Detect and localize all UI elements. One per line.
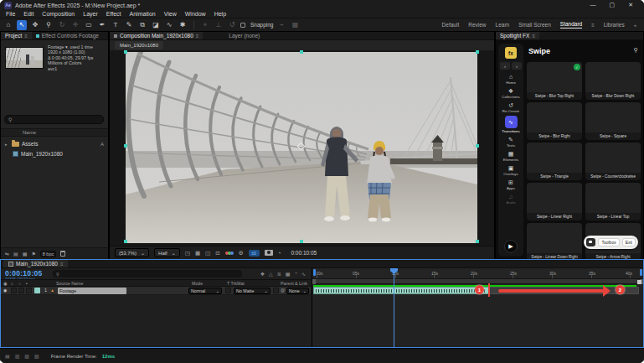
exposure-icon[interactable]: ±0 (249, 250, 260, 257)
transition-card[interactable]: Swipe - Square (585, 102, 641, 140)
bit-depth-button[interactable]: 8 bpc (40, 251, 56, 257)
panel-menu-icon[interactable]: ≡ (24, 34, 28, 39)
chevron-right-icon[interactable]: ▸ (5, 142, 9, 147)
chat-icon[interactable] (586, 238, 595, 246)
frame-blending-icon[interactable]: ▦ (286, 271, 291, 277)
hide-shy-layers-icon[interactable]: ≋ (277, 271, 281, 277)
type-tool-icon[interactable]: T (111, 20, 121, 30)
eraser-tool-icon[interactable]: ◪ (151, 20, 161, 30)
workspace-menu-icon[interactable]: ≡ (591, 23, 595, 28)
menu-effect[interactable]: Effect (106, 11, 121, 17)
solo-icon[interactable]: ○ (18, 281, 21, 286)
layer-label-color[interactable] (34, 288, 40, 293)
selection-handle[interactable] (476, 144, 479, 148)
time-ruler[interactable]: :00s 05s 10s 15s 20s 25s 30s 35s 40s (312, 268, 643, 279)
source-name-header[interactable]: Source Name (56, 281, 83, 286)
flowchart-icon[interactable]: ⌁ (276, 20, 286, 30)
transition-card[interactable]: Swipe - Linear Down Right (527, 223, 582, 259)
workspace-review[interactable]: Review (468, 22, 486, 28)
sidebar-item-audio[interactable]: ♫ Audio (506, 193, 515, 205)
work-area-bar[interactable] (312, 279, 643, 284)
footage-layer-bar[interactable] (313, 287, 489, 294)
sidebar-item-recreate[interactable]: ↺ Re-Create (502, 101, 519, 113)
audio-toggle[interactable] (11, 288, 17, 293)
shape-tool-icon[interactable]: ▭ (84, 20, 94, 30)
motion-blur-icon[interactable]: ◔ (294, 271, 297, 277)
audio-icon[interactable]: ♪ (11, 281, 13, 286)
project-search-input[interactable]: ⚲ (4, 115, 104, 124)
mask-visibility-icon[interactable]: ▦ (195, 250, 200, 257)
selection-handle[interactable] (476, 240, 479, 243)
current-timecode[interactable]: 0:00:10:05 (5, 269, 43, 277)
new-folder-icon[interactable]: ▤ (13, 251, 18, 257)
comp-marker-bin[interactable] (637, 280, 641, 284)
workspace-small-screen[interactable]: Small Screen (518, 22, 551, 28)
status-icon-1[interactable]: ▤ (5, 353, 10, 359)
selection-handle[interactable] (124, 144, 127, 148)
tab-timeline-main[interactable]: Main_1920x1080 ≡ (3, 260, 68, 267)
trash-icon[interactable] (60, 251, 65, 257)
tab-spotlight-fx[interactable]: Spotlight FX ≡ (496, 32, 539, 39)
selection-handle[interactable] (300, 240, 303, 243)
transition-card[interactable]: Swipe - Linear Right (527, 183, 582, 220)
forward-button[interactable]: › (512, 62, 522, 70)
selection-handle[interactable] (124, 240, 127, 243)
graph-editor-icon[interactable]: ∿ (301, 271, 306, 277)
workspace-standard[interactable]: Standard (560, 21, 582, 29)
timeline-search-input[interactable]: ⚲ (53, 270, 242, 277)
project-name-column-header[interactable]: Name (1, 128, 108, 137)
project-settings-icon[interactable]: ⚑ (31, 251, 35, 257)
hand-tool-icon[interactable]: ✥ (30, 20, 40, 30)
home-tool-icon[interactable]: ⌂ (3, 20, 13, 30)
sidebar-item-texts[interactable]: ✎ Texts (507, 136, 515, 148)
align-icon[interactable]: ⊥ (214, 20, 224, 30)
composition-mini-flowchart-icon[interactable]: ❖ (260, 271, 265, 277)
menu-edit[interactable]: Edit (23, 11, 33, 17)
brush-tool-icon[interactable]: ✎ (124, 20, 134, 30)
clone-stamp-tool-icon[interactable]: ⧉ (137, 20, 147, 30)
lock-toggle[interactable] (26, 288, 32, 293)
status-icon-3[interactable]: ▨ (24, 353, 29, 359)
region-of-interest-icon[interactable]: ◫ (205, 250, 210, 257)
new-composition-icon[interactable]: ▦ (23, 251, 28, 257)
channel-icon[interactable] (225, 252, 234, 255)
snapshot-camera-icon[interactable] (265, 250, 273, 256)
menu-file[interactable]: File (6, 11, 15, 17)
menu-composition[interactable]: Composition (42, 11, 75, 17)
project-row-assets[interactable]: ▸ Assets A (1, 139, 108, 148)
minimize-button[interactable]: — (590, 0, 596, 10)
back-button[interactable]: ‹ (500, 62, 510, 70)
transition-card[interactable]: Swipe - Triangle (527, 143, 582, 180)
playhead-line[interactable] (394, 268, 394, 347)
panel-menu-icon[interactable]: ≡ (532, 34, 535, 39)
transition-card[interactable]: Swipe - Blur Right (527, 102, 582, 140)
toolbox-button[interactable]: Toolbox (598, 238, 619, 246)
selection-handle[interactable] (300, 50, 303, 54)
layer-name[interactable]: Footage (58, 288, 126, 294)
transition-card[interactable]: Swipe - Counterclockwise (585, 143, 641, 180)
sidebar-item-overlays[interactable]: ▣ Overlays (503, 164, 518, 176)
parent-link-header[interactable]: Parent & Link (281, 281, 307, 286)
breadcrumb[interactable]: Main_1920x1080 (115, 41, 163, 49)
axis-mode-icon[interactable]: ⌖ (200, 20, 210, 30)
work-area-start-handle[interactable] (312, 279, 316, 284)
transition-card[interactable]: Swipe - Blur Down Right (585, 62, 641, 100)
time-navigator-start-handle[interactable] (313, 269, 316, 276)
orbit-camera-tool-icon[interactable]: ↻ (57, 20, 67, 30)
status-icon-4[interactable]: ▧ (34, 353, 39, 359)
solo-toggle[interactable] (18, 288, 24, 293)
gear-icon[interactable]: ⚙ (239, 250, 244, 257)
tab-composition[interactable]: Composition Main_1920x1080 ≡ (110, 32, 203, 39)
parent-dropdown[interactable]: None ⌄ (286, 288, 309, 294)
track-matte-dropdown[interactable]: No Matte ⌄ (234, 288, 270, 294)
draft-3d-icon[interactable]: △ (269, 271, 273, 277)
layer-row-footage[interactable]: ◉ 1 ▲ Footage Normal ⌄ No Matte ⌄ @ (1, 287, 311, 295)
menu-help[interactable]: Help (214, 11, 226, 17)
sidebar-item-apps[interactable]: ⊞ Apps (507, 179, 515, 190)
close-button[interactable]: ✕ (628, 0, 633, 10)
switch-cell[interactable] (273, 288, 279, 293)
menu-view[interactable]: View (164, 11, 177, 17)
lock-icon[interactable]: ▪ (26, 281, 28, 286)
project-row-main-comp[interactable]: Main_1920x1080 (1, 149, 108, 158)
pick-whip-icon[interactable]: @ (281, 288, 286, 293)
